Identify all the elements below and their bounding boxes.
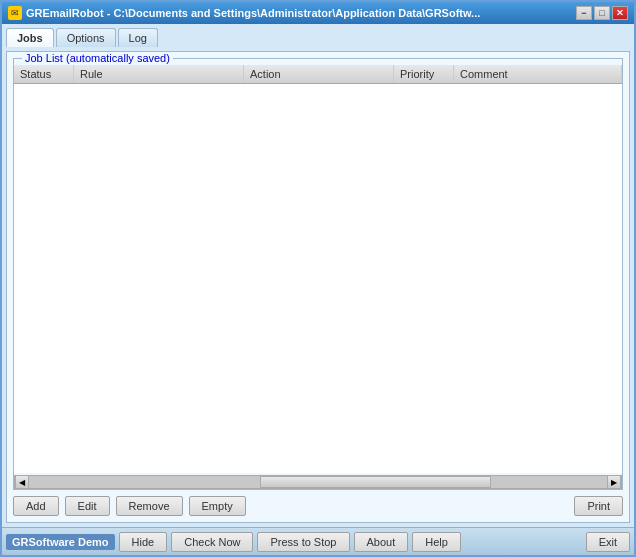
content-area: Jobs Options Log Job List (automatically…: [2, 24, 634, 527]
main-panel: Job List (automatically saved) Status Ru…: [6, 51, 630, 523]
brand-label: GRSoftware Demo: [6, 534, 115, 550]
remove-button[interactable]: Remove: [116, 496, 183, 516]
add-button[interactable]: Add: [13, 496, 59, 516]
app-icon: ✉: [8, 6, 22, 20]
tab-jobs[interactable]: Jobs: [6, 28, 54, 47]
table-body: [14, 84, 622, 473]
col-header-priority: Priority: [394, 65, 454, 83]
tab-bar: Jobs Options Log: [6, 28, 630, 47]
col-header-action: Action: [244, 65, 394, 83]
scroll-left-arrow[interactable]: ◀: [15, 475, 29, 489]
maximize-button[interactable]: □: [594, 6, 610, 20]
help-button[interactable]: Help: [412, 532, 461, 552]
about-button[interactable]: About: [354, 532, 409, 552]
main-window: ✉ GREmailRobot - C:\Documents and Settin…: [0, 0, 636, 557]
press-to-stop-button[interactable]: Press to Stop: [257, 532, 349, 552]
minimize-button[interactable]: −: [576, 6, 592, 20]
title-bar-left: ✉ GREmailRobot - C:\Documents and Settin…: [8, 6, 480, 20]
title-bar: ✉ GREmailRobot - C:\Documents and Settin…: [2, 2, 634, 24]
exit-button[interactable]: Exit: [586, 532, 630, 552]
col-header-status: Status: [14, 65, 74, 83]
scroll-thumb[interactable]: [260, 476, 491, 488]
table-header: Status Rule Action Priority Comment: [14, 65, 622, 84]
horizontal-scrollbar[interactable]: ◀ ▶: [14, 475, 622, 489]
col-header-comment: Comment: [454, 65, 622, 83]
edit-button[interactable]: Edit: [65, 496, 110, 516]
window-title: GREmailRobot - C:\Documents and Settings…: [26, 7, 480, 19]
group-box-label: Job List (automatically saved): [22, 52, 173, 64]
title-buttons: − □ ✕: [576, 6, 628, 20]
hide-button[interactable]: Hide: [119, 532, 168, 552]
empty-button[interactable]: Empty: [189, 496, 246, 516]
close-button[interactable]: ✕: [612, 6, 628, 20]
bottom-buttons: Add Edit Remove Empty Print: [13, 496, 623, 516]
table-container: Status Rule Action Priority Comment: [14, 65, 622, 473]
print-button[interactable]: Print: [574, 496, 623, 516]
scroll-track[interactable]: [29, 476, 607, 488]
check-now-button[interactable]: Check Now: [171, 532, 253, 552]
status-bar: GRSoftware Demo Hide Check Now Press to …: [2, 527, 634, 555]
tab-options[interactable]: Options: [56, 28, 116, 47]
col-header-rule: Rule: [74, 65, 244, 83]
scroll-right-arrow[interactable]: ▶: [607, 475, 621, 489]
tab-log[interactable]: Log: [118, 28, 158, 47]
job-list-group: Job List (automatically saved) Status Ru…: [13, 58, 623, 490]
